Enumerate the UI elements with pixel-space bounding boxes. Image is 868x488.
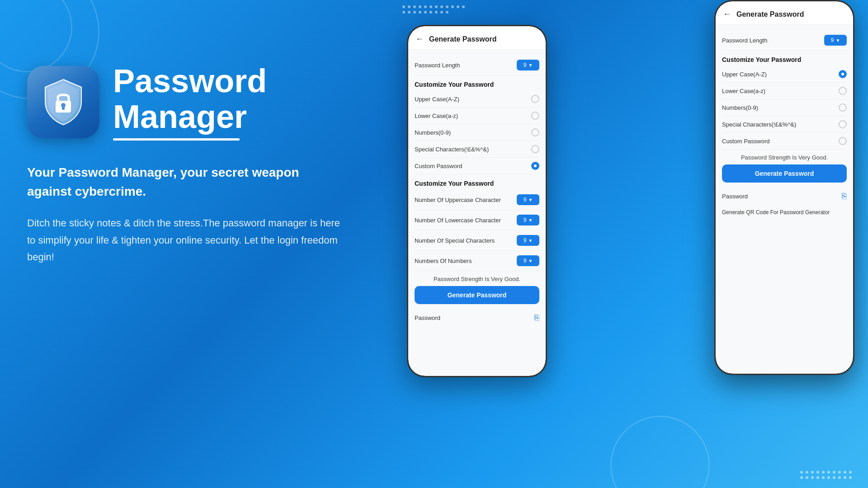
p2-password-label: Password bbox=[722, 193, 748, 200]
phone-1-title: Generate Password bbox=[429, 35, 496, 43]
app-header: Password Manager bbox=[27, 63, 344, 141]
special-count-label: Number Of Special Characters bbox=[415, 237, 495, 244]
radio-row-numbers: Numbers(0-9) bbox=[415, 124, 539, 141]
radio-circle-special[interactable] bbox=[531, 145, 539, 153]
p2-radio-circle-custom[interactable] bbox=[839, 137, 847, 145]
uppercase-count-row: Number Of Uppercase Character 9 ▼ bbox=[415, 190, 539, 210]
tagline: Your Password Manager, your secret weapo… bbox=[27, 163, 344, 201]
special-count-row: Number Of Special Characters 9 ▼ bbox=[415, 230, 539, 251]
password-row-1: Password ⎘ bbox=[415, 309, 539, 327]
radio-label-uppercase: Upper Case(A-Z) bbox=[415, 96, 459, 103]
password-label-1: Password bbox=[415, 314, 440, 321]
p2-radio-label-special: Special Characters(!£&%^&) bbox=[722, 121, 796, 128]
dropdown-arrow-icon: ▼ bbox=[528, 63, 533, 68]
app-title: Password Manager bbox=[113, 63, 267, 141]
p2-radio-row-numbers: Numbers(0-9) bbox=[722, 99, 847, 116]
phone-1-header: ← Generate Password bbox=[408, 26, 546, 50]
qr-link[interactable]: Generate QR Code For Password Generator bbox=[722, 209, 847, 216]
phone-1-screen: ← Generate Password Password Length 9 ▼ … bbox=[408, 26, 546, 376]
radio-row-special: Special Characters(!£&%^&) bbox=[415, 141, 539, 158]
p2-radio-circle-uppercase[interactable] bbox=[839, 70, 847, 78]
back-arrow-icon-2[interactable]: ← bbox=[723, 9, 731, 19]
p2-radio-label-custom: Custom Password bbox=[722, 138, 769, 145]
phones-area: ← Generate Password Password Length 9 ▼ … bbox=[380, 0, 868, 488]
strength-text-1: Password Strength Is Very Good. bbox=[415, 271, 539, 286]
radio-row-uppercase: Upper Case(A-Z) bbox=[415, 91, 539, 108]
customize-section-title-1: Customize Your Password bbox=[415, 75, 539, 91]
p2-radio-label-numbers: Numbers(0-9) bbox=[722, 104, 758, 111]
radio-circle-uppercase[interactable] bbox=[531, 95, 539, 103]
back-arrow-icon[interactable]: ← bbox=[415, 34, 424, 44]
description: Ditch the sticky notes & ditch the stres… bbox=[27, 215, 344, 265]
radio-circle-custom[interactable] bbox=[531, 162, 539, 170]
p2-radio-circle-numbers[interactable] bbox=[839, 103, 847, 112]
p2-dropdown-arrow-icon: ▼ bbox=[835, 38, 840, 43]
phone-2-header: ← Generate Password bbox=[716, 1, 853, 25]
radio-circle-lowercase[interactable] bbox=[531, 112, 539, 120]
p2-radio-row-custom: Custom Password bbox=[722, 133, 847, 150]
password-length-row: Password Length 9 ▼ bbox=[415, 55, 539, 75]
numbers-count-row: Numbers Of Numbers 9 ▼ bbox=[415, 251, 539, 271]
password-length-dropdown[interactable]: 9 ▼ bbox=[517, 60, 539, 70]
radio-label-custom: Custom Password bbox=[415, 163, 462, 169]
p2-radio-row-lowercase: Lower Case(a-z) bbox=[722, 83, 847, 99]
radio-row-custom: Custom Password bbox=[415, 158, 539, 174]
app-title-block: Password Manager bbox=[113, 63, 267, 141]
p2-radio-label-uppercase: Upper Case(A-Z) bbox=[722, 71, 767, 78]
lowercase-count-dropdown[interactable]: 9 ▼ bbox=[517, 215, 539, 225]
p2-password-length-label: Password Length bbox=[722, 37, 767, 44]
p2-password-row: Password ⎘ bbox=[722, 187, 847, 206]
p2-radio-row-uppercase: Upper Case(A-Z) bbox=[722, 66, 847, 83]
dropdown-arrow-icon-5: ▼ bbox=[528, 258, 533, 263]
radio-label-lowercase: Lower Case(a-z) bbox=[415, 113, 458, 119]
phone-2-screen: ← Generate Password Password Length 9 ▼ … bbox=[716, 1, 853, 374]
p2-radio-row-special: Special Characters(!£&%^&) bbox=[722, 116, 847, 133]
p2-copy-icon[interactable]: ⎘ bbox=[842, 192, 847, 201]
dropdown-arrow-icon-4: ▼ bbox=[528, 238, 533, 243]
dropdown-arrow-icon-2: ▼ bbox=[528, 197, 533, 202]
copy-icon-1[interactable]: ⎘ bbox=[534, 313, 539, 323]
numbers-count-dropdown[interactable]: 9 ▼ bbox=[517, 255, 539, 266]
radio-label-special: Special Characters(!£&%^&) bbox=[415, 146, 489, 153]
p2-password-length-row: Password Length 9 ▼ bbox=[722, 30, 847, 51]
p2-radio-circle-lowercase[interactable] bbox=[839, 87, 847, 95]
radio-circle-numbers[interactable] bbox=[531, 128, 539, 136]
phone-2: ← Generate Password Password Length 9 ▼ … bbox=[714, 0, 854, 375]
phone-2-content: Password Length 9 ▼ Customize Your Passw… bbox=[716, 25, 853, 374]
svg-rect-2 bbox=[62, 107, 65, 110]
phone-2-title: Generate Password bbox=[736, 10, 804, 19]
radio-row-lowercase: Lower Case(a-z) bbox=[415, 108, 539, 124]
special-count-dropdown[interactable]: 9 ▼ bbox=[517, 235, 539, 246]
phone-1: ← Generate Password Password Length 9 ▼ … bbox=[407, 25, 547, 377]
uppercase-count-dropdown[interactable]: 9 ▼ bbox=[517, 194, 539, 205]
generate-password-button-2[interactable]: Generate Password bbox=[722, 164, 847, 183]
p2-radio-circle-special[interactable] bbox=[839, 120, 847, 128]
generate-password-button-1[interactable]: Generate Password bbox=[415, 286, 539, 304]
radio-label-numbers: Numbers(0-9) bbox=[415, 129, 451, 136]
title-underline bbox=[113, 138, 240, 141]
p2-radio-label-lowercase: Lower Case(a-z) bbox=[722, 88, 765, 94]
numbers-count-label: Numbers Of Numbers bbox=[415, 258, 472, 264]
left-content: Password Manager Your Password Manager, … bbox=[27, 63, 344, 266]
app-icon bbox=[27, 66, 99, 138]
phone-1-content: Password Length 9 ▼ Customize Your Passw… bbox=[408, 50, 546, 376]
p2-strength-text: Password Strength Is Very Good. bbox=[722, 150, 847, 164]
password-length-label: Password Length bbox=[415, 62, 460, 69]
lowercase-count-row: Number Of Lowercase Character 9 ▼ bbox=[415, 210, 539, 230]
customize-section-title-2: Customize Your Password bbox=[415, 174, 539, 190]
lowercase-count-label: Number Of Lowercase Character bbox=[415, 217, 501, 224]
uppercase-count-label: Number Of Uppercase Character bbox=[415, 197, 501, 203]
p2-password-length-dropdown[interactable]: 9 ▼ bbox=[824, 35, 847, 46]
shield-icon bbox=[38, 77, 88, 127]
p2-customize-section-title: Customize Your Password bbox=[722, 51, 847, 66]
dropdown-arrow-icon-3: ▼ bbox=[528, 218, 533, 223]
